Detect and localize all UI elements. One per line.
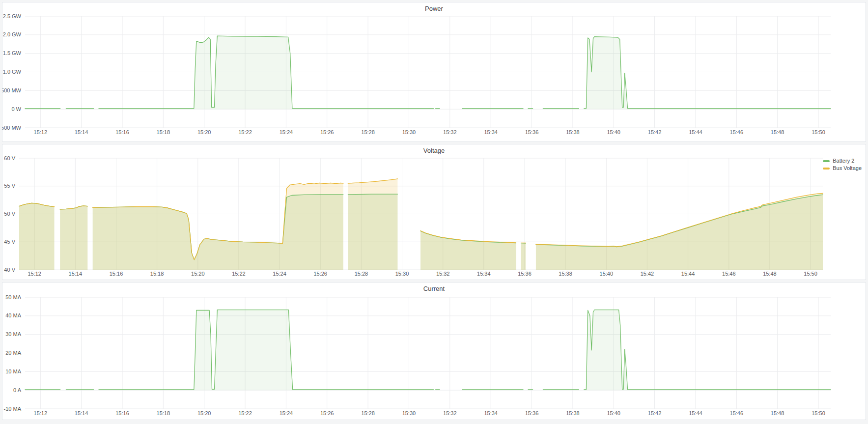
svg-text:15:28: 15:28 [361,410,375,416]
legend-item-battery2[interactable]: Battery 2 [823,157,862,165]
svg-text:15:18: 15:18 [157,410,170,416]
svg-text:15:22: 15:22 [238,410,252,416]
svg-text:15:44: 15:44 [681,271,695,277]
svg-text:15:46: 15:46 [730,129,744,135]
svg-text:15:20: 15:20 [197,129,211,135]
svg-text:15:44: 15:44 [689,410,702,416]
svg-text:15:46: 15:46 [730,410,744,416]
svg-text:15:20: 15:20 [191,271,205,277]
svg-text:0 A: 0 A [13,387,22,393]
y-axis-labels: 50 MA40 MA30 MA20 MA10 MA0 A-10 MA [4,294,22,412]
svg-text:15:18: 15:18 [150,271,164,277]
voltage-legend: Battery 2 Bus Voltage [823,157,862,172]
svg-text:2.5 GW: 2.5 GW [3,13,22,19]
svg-text:15:12: 15:12 [34,129,48,135]
svg-text:30 MA: 30 MA [5,331,21,337]
series-fills [25,36,831,109]
voltage-chart[interactable]: 60 V55 V50 V45 V40 V15:1215:1415:1615:18… [2,144,866,280]
svg-text:1.5 GW: 1.5 GW [3,50,22,56]
svg-text:15:28: 15:28 [361,129,375,135]
series-fills [19,179,823,270]
svg-text:15:30: 15:30 [402,129,416,135]
panel-power: Power 2.5 GW2.0 GW1.5 GW1.0 GW500 MW0 W-… [2,2,866,142]
svg-text:15:42: 15:42 [648,410,662,416]
svg-text:1.0 GW: 1.0 GW [3,69,22,75]
svg-text:500 MW: 500 MW [2,87,22,93]
svg-text:15:48: 15:48 [763,271,777,277]
svg-text:15:30: 15:30 [402,410,416,416]
svg-text:15:12: 15:12 [34,410,48,416]
svg-text:-500 MW: -500 MW [2,125,22,131]
x-axis-labels: 15:1215:1415:1615:1815:2015:2215:2415:26… [34,129,825,135]
svg-text:-10 MA: -10 MA [4,406,22,412]
series-lines [25,310,831,390]
x-axis-labels: 15:1215:1415:1615:1815:2015:2215:2415:26… [34,410,825,416]
svg-text:15:16: 15:16 [110,271,123,277]
svg-text:40 V: 40 V [4,267,15,273]
series-fills [25,310,831,390]
panel-voltage: Voltage 60 V55 V50 V45 V40 V15:1215:1415… [2,144,866,280]
svg-text:15:22: 15:22 [238,129,252,135]
svg-text:15:32: 15:32 [436,271,450,277]
svg-text:15:46: 15:46 [722,271,736,277]
svg-text:15:42: 15:42 [648,129,662,135]
bus-voltage-series-swatch [823,168,830,170]
svg-text:15:38: 15:38 [566,129,580,135]
battery2-series-swatch [823,160,830,162]
svg-text:15:36: 15:36 [518,271,532,277]
svg-text:15:50: 15:50 [812,410,825,416]
panel-current-title[interactable]: Current [2,285,866,292]
svg-text:15:38: 15:38 [559,271,572,277]
svg-text:15:40: 15:40 [607,410,620,416]
y-axis-labels: 2.5 GW2.0 GW1.5 GW1.0 GW500 MW0 W-500 MW [2,13,22,131]
svg-text:15:50: 15:50 [804,271,817,277]
svg-text:15:26: 15:26 [320,129,334,135]
svg-text:15:38: 15:38 [566,410,580,416]
svg-text:45 V: 45 V [4,239,15,245]
svg-text:15:20: 15:20 [197,410,211,416]
svg-text:15:16: 15:16 [115,129,129,135]
svg-text:40 MA: 40 MA [5,312,21,318]
svg-text:15:24: 15:24 [280,410,293,416]
current-chart[interactable]: 50 MA40 MA30 MA20 MA10 MA0 A-10 MA15:121… [2,283,866,420]
svg-text:55 V: 55 V [4,183,15,189]
legend-label-bus-voltage: Bus Voltage [833,165,862,172]
svg-text:15:50: 15:50 [812,129,825,135]
grid [25,16,831,128]
svg-text:15:22: 15:22 [232,271,246,277]
svg-text:15:34: 15:34 [477,271,491,277]
svg-text:15:30: 15:30 [395,271,409,277]
svg-text:15:42: 15:42 [641,271,654,277]
svg-text:2.0 GW: 2.0 GW [3,31,22,37]
svg-text:15:36: 15:36 [525,410,539,416]
svg-text:15:40: 15:40 [600,271,614,277]
y-axis-labels: 60 V55 V50 V45 V40 V [4,155,15,273]
power-chart[interactable]: 2.5 GW2.0 GW1.5 GW1.0 GW500 MW0 W-500 MW… [2,2,866,141]
panel-current: Current 50 MA40 MA30 MA20 MA10 MA0 A-10 … [2,282,866,420]
svg-text:15:34: 15:34 [484,129,498,135]
svg-text:10 MA: 10 MA [5,368,21,374]
svg-text:15:24: 15:24 [273,271,286,277]
svg-text:15:14: 15:14 [75,410,88,416]
svg-text:50 MA: 50 MA [5,294,21,300]
svg-text:15:36: 15:36 [525,129,539,135]
svg-text:0 W: 0 W [11,106,21,112]
svg-text:15:14: 15:14 [75,129,88,135]
svg-text:15:32: 15:32 [443,129,457,135]
svg-text:15:44: 15:44 [689,129,702,135]
svg-text:15:16: 15:16 [115,410,129,416]
svg-text:15:48: 15:48 [771,129,784,135]
x-axis-labels: 15:1215:1415:1615:1815:2015:2215:2415:26… [28,271,817,277]
legend-label-battery2: Battery 2 [833,157,854,165]
grid [25,297,831,409]
svg-text:15:12: 15:12 [28,271,41,277]
legend-item-bus-voltage[interactable]: Bus Voltage [823,165,862,172]
panel-voltage-title[interactable]: Voltage [2,147,866,154]
svg-text:15:40: 15:40 [607,129,620,135]
svg-text:15:26: 15:26 [313,271,327,277]
svg-text:15:34: 15:34 [484,410,498,416]
svg-text:60 V: 60 V [4,155,15,161]
svg-text:15:24: 15:24 [280,129,293,135]
svg-text:15:28: 15:28 [355,271,368,277]
panel-power-title[interactable]: Power [2,5,866,12]
